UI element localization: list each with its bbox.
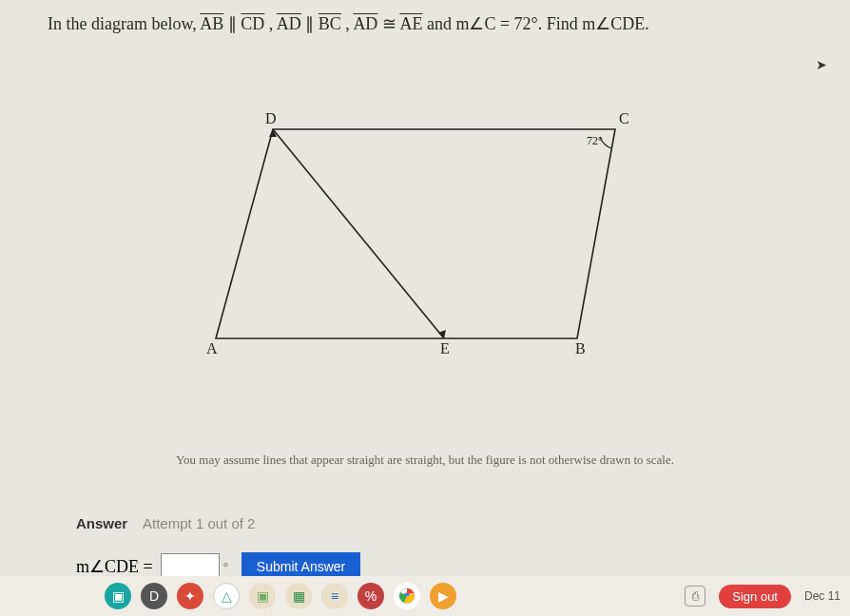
angle-c-label: 72° (587, 134, 603, 147)
app-icon-1[interactable]: ▣ (105, 583, 131, 609)
app-icon-5[interactable]: ▶ (430, 583, 456, 609)
geometry-diagram: D C A E B 72° (0, 110, 850, 414)
diagram-caption: You may assume lines that appear straigh… (0, 452, 850, 468)
cursor-icon: ➤ (816, 57, 827, 73)
vertex-c-label: C (619, 110, 629, 126)
problem-statement: In the diagram below, AB ∥ CD , AD ∥ BC … (0, 0, 850, 44)
app-icon-docs[interactable]: ≡ (321, 583, 348, 609)
attempt-text: Attempt 1 out of 2 (143, 515, 255, 531)
problem-intro: In the diagram below, (48, 14, 200, 33)
app-icon-chrome[interactable] (394, 583, 420, 609)
answer-heading: Answer Attempt 1 out of 2 (0, 515, 850, 531)
vertex-a-label: A (206, 340, 218, 356)
segment-bc: BC (319, 14, 341, 33)
segment-ae: AE (399, 14, 422, 33)
app-icon-d[interactable]: D (141, 583, 167, 609)
answer-label: Answer (76, 515, 127, 531)
app-icon-4[interactable]: % (357, 583, 384, 609)
vertex-e-label: E (440, 340, 450, 356)
svg-marker-0 (216, 129, 615, 338)
segment-ad2: AD (353, 14, 377, 33)
taskbar-date: Dec 11 (804, 589, 840, 603)
segment-cd: CD (241, 14, 264, 33)
answer-prefix: m∠CDE = (76, 556, 153, 577)
degree-symbol: ° (223, 559, 228, 574)
segment-ab: AB (200, 14, 223, 33)
vertex-d-label: D (265, 110, 277, 126)
segment-ad: AD (277, 14, 301, 33)
app-icon-sheets[interactable]: ▦ (285, 583, 312, 609)
svg-line-1 (273, 129, 444, 338)
vertex-b-label: B (575, 340, 586, 356)
sign-out-button[interactable]: Sign out (719, 585, 791, 608)
app-icon-drive[interactable]: △ (213, 583, 240, 609)
taskbar: ▣ D ✦ △ ▣ ▦ ≡ % ▶ ⎙ Sign out Dec 11 (0, 576, 850, 616)
problem-rest: and m∠C = 72°. Find m∠CDE. (427, 14, 649, 33)
app-icon-2[interactable]: ✦ (177, 583, 203, 609)
screenshot-icon[interactable]: ⎙ (685, 586, 705, 606)
app-icon-3[interactable]: ▣ (249, 583, 276, 609)
